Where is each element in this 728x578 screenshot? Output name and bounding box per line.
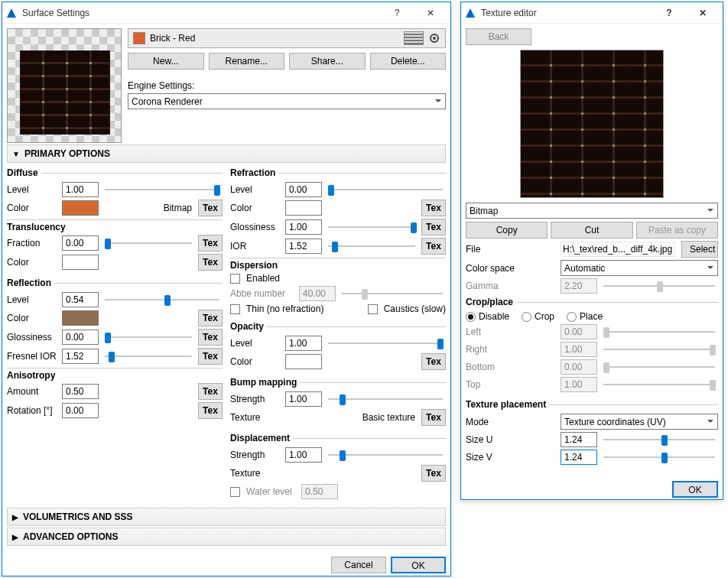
cancel-button[interactable]: Cancel <box>331 557 386 573</box>
colorspace-select[interactable]: Automatic <box>561 260 718 276</box>
app-icon <box>464 7 476 19</box>
select-file[interactable]: Select <box>681 241 718 258</box>
refr-color[interactable] <box>285 200 322 216</box>
titlebar: Texture editor ? ✕ <box>461 2 723 24</box>
section-advanced[interactable]: ▶ADVANCED OPTIONS <box>7 528 446 546</box>
thin-check[interactable] <box>230 304 240 314</box>
surface-settings-window: Surface Settings ? ✕ Brick - Red New... … <box>2 2 451 576</box>
engine-select[interactable]: Corona Renderer <box>128 93 446 109</box>
refl-color[interactable] <box>62 310 99 326</box>
aniso-amt[interactable] <box>62 384 99 399</box>
refr-gloss[interactable] <box>285 219 322 235</box>
hatch-icon[interactable] <box>404 31 424 45</box>
texture-editor-window: Texture editor ? ✕ Back Bitmap Copy Cut … <box>460 2 723 500</box>
trans-color[interactable] <box>62 255 99 270</box>
abbe <box>299 286 336 301</box>
diffuse-level-slider[interactable] <box>105 182 219 197</box>
aniso-rot[interactable] <box>62 403 99 418</box>
file-path: H:\_tex\red_b..._diff_4k.jpg <box>561 242 675 257</box>
settings-icon[interactable] <box>428 32 440 44</box>
help-button[interactable]: ? <box>380 2 414 24</box>
material-preview <box>7 28 122 143</box>
back-button[interactable]: Back <box>466 28 531 45</box>
size-u[interactable] <box>561 432 597 447</box>
crop-crop[interactable] <box>522 312 531 322</box>
new-button[interactable]: New... <box>128 53 204 70</box>
bump-str[interactable] <box>285 391 322 407</box>
diffuse-color[interactable] <box>62 200 99 216</box>
svg-marker-3 <box>466 8 475 18</box>
water-check[interactable] <box>230 487 240 497</box>
section-primary[interactable]: ▼PRIMARY OPTIONS <box>7 144 446 163</box>
material-header[interactable]: Brick - Red <box>128 28 446 48</box>
help-button[interactable]: ? <box>652 2 686 24</box>
cut-button[interactable]: Cut <box>551 222 632 239</box>
refr-ior[interactable] <box>285 239 322 254</box>
opac-color[interactable] <box>285 354 322 369</box>
window-title: Surface Settings <box>22 8 380 18</box>
share-button[interactable]: Share... <box>289 53 366 70</box>
svg-point-2 <box>433 37 436 40</box>
window-title: Texture editor <box>481 8 652 18</box>
size-v[interactable] <box>561 450 597 465</box>
paste-button: Paste as copy <box>636 222 718 239</box>
ok-button[interactable]: OK <box>672 481 718 498</box>
diffuse-level[interactable] <box>62 182 99 197</box>
copy-button[interactable]: Copy <box>466 222 548 239</box>
refl-ior[interactable] <box>62 349 99 364</box>
titlebar: Surface Settings ? ✕ <box>2 2 450 24</box>
material-color-swatch <box>133 32 145 44</box>
trans-slider[interactable] <box>105 235 192 251</box>
texture-preview <box>520 50 664 198</box>
refr-level[interactable] <box>285 182 322 197</box>
mode-select[interactable]: Texture coordinates (UV) <box>561 414 718 430</box>
crop-disable[interactable] <box>466 312 476 322</box>
svg-marker-0 <box>7 8 16 18</box>
disp-str[interactable] <box>285 447 322 463</box>
crop-place[interactable] <box>567 312 577 322</box>
diffuse-tex[interactable]: Tex <box>198 200 223 216</box>
water-val <box>301 484 338 499</box>
diffuse-legend: Diffuse <box>7 167 41 178</box>
caustics-check[interactable] <box>368 304 378 314</box>
delete-button[interactable]: Delete... <box>370 53 447 70</box>
app-icon <box>5 7 18 19</box>
rename-button[interactable]: Rename... <box>209 53 285 70</box>
refl-gloss[interactable] <box>62 330 99 345</box>
dispersion-enabled[interactable] <box>230 274 240 284</box>
opac-level[interactable] <box>285 336 322 351</box>
section-volumetrics[interactable]: ▶VOLUMETRICS AND SSS <box>7 508 446 526</box>
ok-button[interactable]: OK <box>391 557 446 573</box>
gamma <box>561 278 597 294</box>
close-button[interactable]: ✕ <box>686 2 720 24</box>
material-name: Brick - Red <box>150 33 399 44</box>
refl-level[interactable] <box>62 292 99 307</box>
engine-label: Engine Settings: <box>128 80 194 91</box>
texture-type-select[interactable]: Bitmap <box>466 203 718 219</box>
close-button[interactable]: ✕ <box>414 2 447 24</box>
trans-fraction[interactable] <box>62 235 99 251</box>
